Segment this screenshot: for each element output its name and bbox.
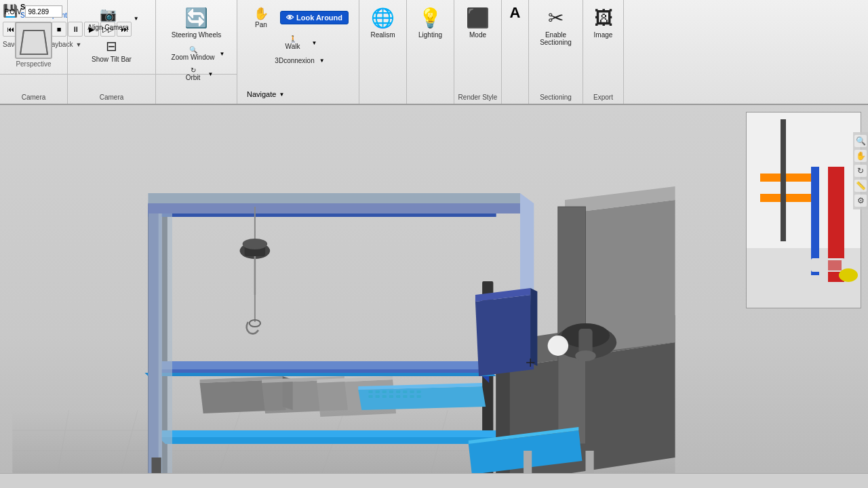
right-tools: 🔍 ✋ ↻ 📏 ⚙ [853,132,868,209]
svg-point-35 [243,239,268,249]
realism-btn[interactable]: 🌐 Realism [364,4,401,41]
pan-btn[interactable]: ✋ Pan [248,4,275,30]
svg-point-103 [839,268,858,282]
orbit-tool[interactable]: ↻ [854,165,867,177]
zoom-window-btn[interactable]: 🔍 Zoom Window [168,44,218,63]
svg-rect-99 [828,221,844,224]
svg-rect-96 [828,180,844,183]
main-toolbar: 💾 Save Save Viewpoint ⏮ ◀ ◁ ■ ⏸ ▶ ▷▷ ⏭ S… [0,0,868,105]
scene-svg [0,105,868,488]
mode-section: ⬛ Mode Render Style [454,0,502,104]
lighting-btn[interactable]: 💡 Lighting [412,4,449,41]
navigate-section: ✋ Pan 👁 Look Around 🚶 Walk ▼ 3Dconnexion… [237,0,359,104]
svg-point-52 [550,338,566,354]
fov-input[interactable] [25,5,62,18]
svg-rect-98 [828,207,844,210]
svg-rect-77 [396,395,400,398]
svg-rect-100 [828,235,844,237]
statusbar [0,473,868,488]
align-camera-arrow[interactable]: ▼ [134,16,139,22]
camera-section: 📷 Align Camera ▼ ⊟ Show Tilt Bar Camera [68,0,156,104]
svg-rect-80 [417,395,421,398]
enable-sectioning-btn[interactable]: ✂ Enable Sectioning [533,4,578,49]
svg-rect-71 [410,390,414,393]
lighting-section: 💡 Lighting [407,0,454,104]
zoom-arrow[interactable]: ▼ [219,51,224,57]
svg-rect-73 [368,395,372,398]
align-camera-btn[interactable]: 📷 Align Camera [84,4,132,33]
navigate-tools-section: 🔄 Steering Wheels 🔍 Zoom Window ▼ ↻ Orbi… [156,0,237,104]
look-around-btn[interactable]: 👁 Look Around [280,11,349,24]
mode-btn[interactable]: ⬛ Mode [459,4,496,41]
svg-line-1 [20,30,24,54]
svg-rect-101 [828,248,844,251]
zoom-tool[interactable]: 🔍 [854,135,867,147]
look-around-icon: 👁 [286,14,294,22]
svg-marker-53 [475,295,534,376]
svg-line-2 [44,30,47,54]
3dconnexion-btn[interactable]: 3Dconnexion [271,55,317,66]
measure-tool[interactable]: 📏 [854,180,867,192]
svg-rect-105 [828,260,842,270]
show-tilt-bar-btn[interactable]: ⊟ Show Tilt Bar [88,36,135,65]
image-btn[interactable]: 🖼 Image [585,4,622,41]
perspective-section: F.O.V. Perspective Camera [0,0,68,104]
mini-viewport [746,112,861,308]
svg-marker-55 [530,288,537,366]
svg-rect-78 [403,395,407,398]
svg-rect-79 [410,395,414,398]
walk-btn[interactable]: 🚶 Walk [279,33,307,52]
svg-rect-72 [417,390,421,393]
svg-rect-70 [403,390,407,393]
svg-rect-65 [368,390,372,393]
svg-rect-75 [382,395,387,398]
walk-arrow[interactable]: ▼ [312,40,317,46]
svg-rect-69 [396,390,400,393]
perspective-btn[interactable]: Perspective [15,22,52,68]
svg-rect-97 [828,194,844,197]
enable-sectioning-section: ✂ Enable Sectioning Sectioning [529,0,583,104]
viewport[interactable]: 🔍 ✋ ↻ 📏 ⚙ [0,105,868,488]
text-style-section: A [502,0,529,104]
navigate-dropdown-btn[interactable]: Navigate ▼ [243,89,288,100]
orbit-btn[interactable]: ↻ Orbit [180,64,207,83]
3dconnexion-arrow[interactable]: ▼ [319,58,325,64]
svg-point-50 [575,350,595,361]
svg-marker-27 [144,373,496,376]
svg-rect-74 [376,395,380,398]
image-section: 🖼 Image Export [583,0,624,104]
svg-rect-76 [389,395,393,398]
svg-rect-104 [781,119,786,241]
text-style-btn[interactable]: A [510,4,521,22]
svg-rect-91 [760,174,814,182]
pan-tool[interactable]: ✋ [854,150,867,162]
svg-marker-23 [148,361,482,369]
svg-rect-68 [389,390,393,393]
svg-rect-67 [382,390,387,393]
fov-label: F.O.V. [5,8,23,16]
svg-marker-30 [148,203,524,214]
mini-viewport-inner [747,113,861,308]
fov-row: F.O.V. [5,5,63,18]
svg-marker-29 [159,203,172,488]
svg-marker-63 [358,386,486,410]
svg-marker-0 [20,30,47,54]
realism-section: 🌐 Realism [359,0,407,104]
orbit-arrow[interactable]: ▼ [208,71,214,77]
steering-wheels-btn[interactable]: 🔄 Steering Wheels [166,4,226,41]
settings-tool[interactable]: ⚙ [854,195,867,207]
svg-marker-32 [148,193,520,203]
svg-rect-66 [376,390,380,393]
svg-rect-92 [760,194,814,202]
navigate-arrow: ▼ [279,92,284,98]
